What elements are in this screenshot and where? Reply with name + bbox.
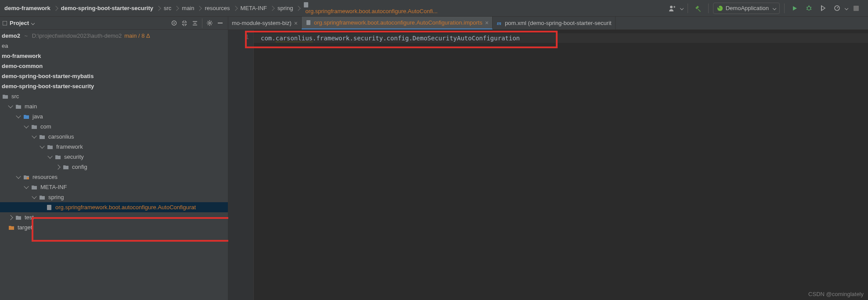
run-coverage-icon[interactable] <box>817 3 828 14</box>
chevron-right-icon <box>233 6 238 11</box>
tree-node-main[interactable]: main <box>0 101 228 111</box>
editor-tabs: mo-module-system-biz) × org.springframew… <box>228 17 868 30</box>
tree-node-config[interactable]: config <box>0 162 228 172</box>
chevron-down-icon <box>32 133 36 138</box>
crumb-metainf[interactable]: META-INF <box>239 5 269 11</box>
expand-all-icon[interactable] <box>179 18 190 29</box>
close-icon[interactable]: × <box>485 19 489 26</box>
breadcrumb: demo-framework demo-spring-boot-starter-… <box>3 2 666 14</box>
editor-tab-biz[interactable]: mo-module-system-biz) × <box>228 17 302 29</box>
crumb-main[interactable]: main <box>180 5 196 11</box>
package-icon <box>54 154 61 161</box>
package-icon <box>31 123 38 130</box>
separator <box>784 4 785 13</box>
svg-line-21 <box>208 21 209 22</box>
package-icon <box>62 164 69 171</box>
tree-node-framework[interactable]: framework <box>0 142 228 152</box>
project-tool-window: Project demo2 ~ D:\project\wi <box>0 17 228 300</box>
editor-area: mo-module-system-biz) × org.springframew… <box>228 17 868 300</box>
watermark: CSDN @cominglately <box>808 291 864 297</box>
hammer-build-icon[interactable] <box>692 3 704 14</box>
tree-node-demo-security[interactable]: demo-spring-boot-starter-security <box>0 81 228 91</box>
editor-body: 1 com.carsonlius.framework.security.conf… <box>228 30 868 300</box>
chevron-down-icon <box>8 103 13 108</box>
chevron-right-icon <box>55 164 60 169</box>
stop-icon[interactable] <box>850 3 862 14</box>
folder-icon <box>39 194 46 201</box>
user-add-icon[interactable] <box>666 3 678 14</box>
crumb-file[interactable]: org.springframework.boot.autoconfigure.A… <box>302 2 439 14</box>
chevron-down-icon <box>773 6 776 10</box>
svg-point-4 <box>807 7 810 10</box>
svg-rect-28 <box>306 20 310 25</box>
chevron-down-icon[interactable] <box>845 6 848 10</box>
chevron-down-icon <box>47 154 52 158</box>
project-view-square-icon <box>3 21 7 25</box>
tree-node-mo-framework[interactable]: mo-framework <box>0 51 228 61</box>
svg-rect-12 <box>854 6 859 11</box>
maven-icon: m <box>496 20 502 26</box>
tree-node-src[interactable]: src <box>0 91 228 101</box>
project-view-selector[interactable]: Project <box>10 20 34 26</box>
tree-node-com[interactable]: com <box>0 121 228 132</box>
editor-gutter: 1 <box>228 30 254 300</box>
toolbar-right: DemoApplication <box>666 3 865 14</box>
svg-rect-13 <box>3 21 7 25</box>
folder-icon <box>2 93 9 100</box>
line-number: 1 <box>228 33 249 40</box>
tree-node-demo-common[interactable]: demo-common <box>0 61 228 71</box>
gear-icon[interactable] <box>204 18 215 29</box>
editor-tab-pom[interactable]: m pom.xml (demo-spring-boot-starter-secu… <box>493 17 616 29</box>
project-tree[interactable]: demo2 ~ D:\project\window2023\auth-demo2… <box>0 30 228 300</box>
code-line-1[interactable]: com.carsonlius.framework.security.config… <box>254 33 868 43</box>
folder-icon <box>31 184 38 191</box>
navigation-bar: demo-framework demo-spring-boot-starter-… <box>0 0 868 17</box>
editor-tab-autoconfig[interactable]: org.springframework.boot.autoconfigure.A… <box>302 17 493 29</box>
code-area[interactable]: com.carsonlius.framework.security.config… <box>254 30 868 300</box>
tree-node-ea[interactable]: ea <box>0 41 228 51</box>
svg-rect-0 <box>304 2 308 7</box>
run-config-name: DemoApplication <box>726 5 769 11</box>
hide-icon[interactable] <box>215 18 225 29</box>
chevron-down-icon <box>31 21 35 25</box>
source-folder-icon <box>23 113 30 120</box>
tree-node-demo-mybatis[interactable]: demo-spring-boot-starter-mybatis <box>0 71 228 81</box>
chevron-down-icon <box>24 123 29 128</box>
tree-node-metainf[interactable]: META-INF <box>0 182 228 192</box>
svg-rect-26 <box>27 177 29 179</box>
tree-node-spring[interactable]: spring <box>0 192 228 202</box>
crumb-module[interactable]: demo-spring-boot-starter-security <box>59 5 155 11</box>
profiler-icon[interactable] <box>831 3 843 14</box>
tree-node-java[interactable]: java <box>0 111 228 121</box>
folder-icon <box>15 214 22 221</box>
crumb-spring[interactable]: spring <box>276 5 295 11</box>
tree-node-test[interactable]: test <box>0 212 228 222</box>
svg-line-11 <box>837 7 838 8</box>
package-icon <box>47 143 54 150</box>
collapse-all-icon[interactable] <box>190 18 200 29</box>
tree-root[interactable]: demo2 ~ D:\project\window2023\auth-demo2… <box>0 31 228 41</box>
crumb-module-root[interactable]: demo-framework <box>3 5 52 11</box>
chevron-right-icon <box>197 6 202 11</box>
svg-point-1 <box>670 6 673 8</box>
crumb-resources[interactable]: resources <box>203 5 231 11</box>
chevron-down-icon <box>40 143 44 148</box>
tree-node-autoconfig-file[interactable]: org.springframework.boot.autoconfigure.A… <box>0 202 228 212</box>
tree-node-target[interactable]: target <box>0 222 228 232</box>
separator <box>688 4 688 13</box>
crumb-src[interactable]: src <box>162 5 173 11</box>
select-opened-file-icon[interactable] <box>169 18 179 29</box>
svg-line-22 <box>211 24 212 25</box>
run-configuration-selector[interactable]: DemoApplication <box>713 3 780 14</box>
run-icon[interactable] <box>789 3 800 14</box>
tree-node-carsonlius[interactable]: carsonlius <box>0 132 228 142</box>
chevron-down-icon[interactable] <box>680 6 683 10</box>
chevron-down-icon <box>32 194 36 199</box>
tree-node-resources[interactable]: resources <box>0 172 228 182</box>
separator <box>708 4 709 13</box>
debug-icon[interactable] <box>803 3 814 14</box>
tree-node-security[interactable]: security <box>0 152 228 162</box>
close-icon[interactable]: × <box>294 20 298 27</box>
chevron-right-icon <box>156 6 161 11</box>
chevron-down-icon <box>24 184 29 189</box>
